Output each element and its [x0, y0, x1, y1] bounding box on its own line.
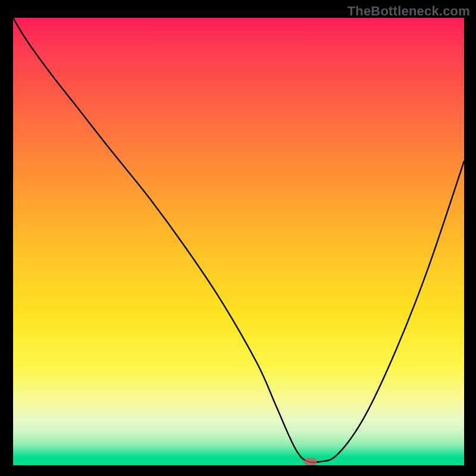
attribution-label: TheBottleneck.com — [347, 4, 470, 19]
chart-frame: TheBottleneck.com — [0, 0, 476, 476]
optimal-point-marker — [304, 458, 317, 466]
plot-area — [13, 18, 464, 465]
bottleneck-curve — [13, 18, 464, 465]
